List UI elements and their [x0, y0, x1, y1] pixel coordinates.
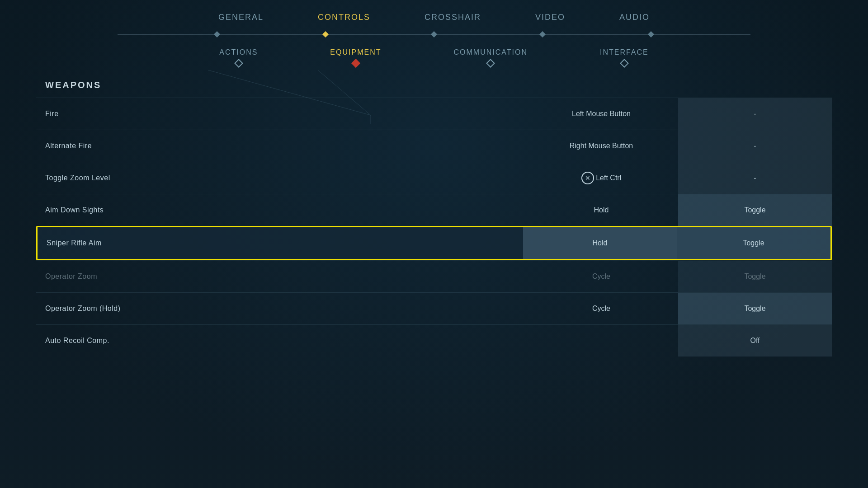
top-nav-item-general[interactable]: GENERAL — [191, 8, 291, 27]
nav-line-container — [0, 28, 868, 40]
setting-secondary-operator-zoom-hold[interactable]: Toggle — [678, 293, 832, 324]
setting-name-operator-zoom: Operator Zoom — [36, 272, 524, 281]
sub-nav: ACTIONSEQUIPMENTCOMMUNICATIONINTERFACE — [0, 44, 868, 71]
setting-name-fire: Fire — [36, 110, 524, 118]
setting-secondary-operator-zoom[interactable]: Toggle — [678, 261, 832, 292]
nav-diamond-audio — [648, 31, 654, 38]
setting-row-aim-down-sights[interactable]: Aim Down SightsHoldToggle — [36, 194, 832, 226]
settings-list: FireLeft Mouse Button-Alternate FireRigh… — [36, 98, 832, 357]
sub-nav-label-actions: ACTIONS — [219, 48, 258, 56]
section-title: WEAPONS — [36, 80, 832, 90]
setting-name-toggle-zoom: Toggle Zoom Level — [36, 174, 524, 182]
setting-secondary-auto-recoil-comp[interactable]: Off — [678, 325, 832, 357]
setting-row-operator-zoom[interactable]: Operator ZoomCycleToggle — [36, 260, 832, 292]
top-nav: GENERALCONTROLSCROSSHAIRVIDEOAUDIO — [0, 0, 868, 27]
top-nav-item-controls[interactable]: CONTROLS — [291, 8, 397, 27]
setting-primary-operator-zoom-hold: Cycle — [524, 305, 678, 313]
setting-primary-fire: Left Mouse Button — [524, 110, 678, 118]
nav-diamond-wrapper-audio — [597, 28, 705, 40]
setting-row-auto-recoil-comp[interactable]: Auto Recoil Comp.Off — [36, 324, 832, 357]
setting-row-toggle-zoom[interactable]: Toggle Zoom Level✕ Left Ctrl- — [36, 162, 832, 194]
setting-name-alternate-fire: Alternate Fire — [36, 142, 524, 150]
setting-name-sniper-rifle-aim: Sniper Rifle Aim — [38, 239, 523, 247]
circle-x-icon-toggle-zoom[interactable]: ✕ — [581, 172, 594, 184]
sub-nav-item-equipment[interactable]: EQUIPMENT — [294, 44, 417, 71]
setting-name-aim-down-sights: Aim Down Sights — [36, 206, 524, 214]
setting-row-fire[interactable]: FireLeft Mouse Button- — [36, 98, 832, 130]
nav-diamond-wrapper-general — [163, 28, 271, 40]
nav-diamond-video — [539, 31, 546, 38]
setting-secondary-toggle-zoom[interactable]: - — [678, 162, 832, 194]
nav-diamond-wrapper-crosshair — [380, 28, 488, 40]
setting-row-sniper-rifle-aim[interactable]: Sniper Rifle AimHoldToggle — [36, 226, 832, 260]
setting-secondary-fire[interactable]: - — [678, 98, 832, 130]
setting-name-operator-zoom-hold: Operator Zoom (Hold) — [36, 305, 524, 313]
nav-diamond-crosshair — [431, 31, 437, 38]
setting-secondary-aim-down-sights[interactable]: Toggle — [678, 194, 832, 226]
sub-nav-diamond-interface — [620, 59, 629, 68]
setting-primary-operator-zoom: Cycle — [524, 272, 678, 281]
sub-nav-item-actions[interactable]: ACTIONS — [183, 44, 294, 71]
nav-diamond-general — [214, 31, 220, 38]
top-nav-item-crosshair[interactable]: CROSSHAIR — [397, 8, 508, 27]
sub-nav-item-interface[interactable]: INTERFACE — [564, 44, 685, 71]
setting-primary-aim-down-sights: Hold — [524, 206, 678, 214]
sub-nav-label-interface: INTERFACE — [600, 48, 649, 56]
setting-name-auto-recoil-comp: Auto Recoil Comp. — [36, 337, 524, 345]
sub-nav-diamond-communication — [486, 59, 495, 68]
sub-nav-diamond-actions — [234, 59, 243, 68]
setting-row-alternate-fire[interactable]: Alternate FireRight Mouse Button- — [36, 130, 832, 162]
top-nav-item-video[interactable]: VIDEO — [508, 8, 592, 27]
sub-nav-label-equipment: EQUIPMENT — [330, 48, 381, 56]
nav-diamonds — [163, 28, 705, 40]
setting-primary-alternate-fire: Right Mouse Button — [524, 142, 678, 150]
setting-primary-toggle-zoom: ✕ Left Ctrl — [524, 172, 678, 184]
content-area: WEAPONS FireLeft Mouse Button-Alternate … — [0, 80, 868, 357]
nav-diamond-wrapper-controls — [271, 28, 380, 40]
sub-nav-label-communication: COMMUNICATION — [453, 48, 527, 56]
sub-nav-item-communication[interactable]: COMMUNICATION — [417, 44, 563, 71]
setting-secondary-alternate-fire[interactable]: - — [678, 130, 832, 162]
top-nav-item-audio[interactable]: AUDIO — [592, 8, 677, 27]
setting-row-operator-zoom-hold[interactable]: Operator Zoom (Hold)CycleToggle — [36, 292, 832, 324]
nav-diamond-wrapper-video — [488, 28, 597, 40]
nav-diamond-controls — [322, 31, 329, 38]
sub-nav-diamond-equipment — [351, 59, 360, 68]
setting-secondary-sniper-rifle-aim[interactable]: Toggle — [677, 227, 830, 259]
setting-primary-sniper-rifle-aim[interactable]: Hold — [523, 227, 677, 259]
